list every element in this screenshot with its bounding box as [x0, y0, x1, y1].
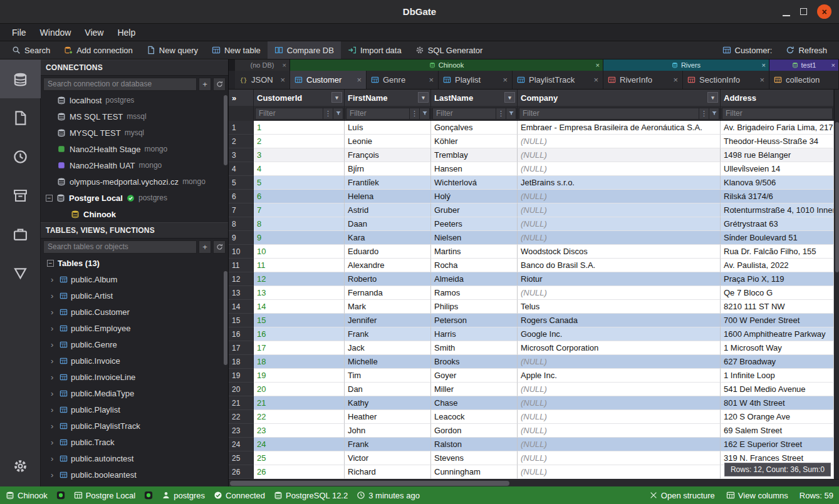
close-icon[interactable]: × [357, 75, 362, 85]
grid-cell[interactable]: Luís [345, 121, 431, 135]
grid-cell[interactable]: Richard [345, 465, 431, 479]
close-icon[interactable]: × [596, 61, 600, 69]
connections-scrollbar[interactable] [224, 95, 227, 165]
grid-cell[interactable]: 11 [254, 259, 345, 272]
connection-item[interactable]: localhostpostgres [41, 92, 228, 108]
grid-cell[interactable]: Frantiΐek [345, 176, 431, 190]
table-item[interactable]: ›public.Artist [41, 287, 228, 304]
grid-cell[interactable]: Miller [431, 383, 518, 396]
row-number[interactable]: 13 [229, 286, 254, 300]
database-tab-test1[interactable]: test1× [769, 59, 839, 71]
menu-view[interactable]: View [78, 28, 110, 38]
tables-scrollbar[interactable] [224, 271, 227, 365]
grid-cell[interactable]: Martins [431, 245, 518, 259]
grid-cell[interactable]: Cunningham [431, 465, 518, 479]
tab-playlist[interactable]: Playlist× [439, 71, 513, 89]
filter-input-company[interactable] [519, 108, 699, 120]
grid-cell[interactable]: Rotenturmstraße 4, 1010 Innere Stadt [721, 203, 834, 217]
row-number[interactable]: 16 [229, 327, 254, 341]
close-icon[interactable]: × [759, 75, 764, 85]
column-header-firstname[interactable]: FirstName▾ [345, 90, 431, 106]
grid-cell[interactable]: 22 [254, 410, 345, 424]
grid-cell[interactable]: Leonie [345, 135, 431, 148]
grid-cell[interactable]: 19 [254, 369, 345, 383]
row-number[interactable]: 10 [229, 245, 254, 259]
grid-cell[interactable]: Heather [345, 410, 431, 424]
column-menu-icon[interactable]: ▾ [504, 92, 515, 103]
grid-cell[interactable]: Ralston [431, 438, 518, 451]
expand-all-columns-button[interactable]: » [229, 90, 254, 106]
add-connection-plus-button[interactable]: + [199, 78, 211, 91]
grid-cell[interactable]: Mark [345, 300, 431, 314]
maximize-button[interactable] [800, 8, 807, 15]
grid-cell[interactable]: 12 [254, 272, 345, 286]
row-number[interactable]: 19 [229, 369, 254, 383]
grid-cell[interactable]: 17 [254, 341, 345, 355]
row-number[interactable]: 23 [229, 424, 254, 438]
grid-cell[interactable]: Praça Pio X, 119 [721, 272, 834, 286]
row-number[interactable]: 21 [229, 396, 254, 410]
grid-cell[interactable]: Nielsen [431, 231, 518, 245]
grid-cell[interactable]: 10 [254, 245, 345, 259]
grid-cell[interactable]: (NULL) [518, 231, 721, 245]
table-item[interactable]: ›public.Playlist [41, 401, 228, 418]
grid-cell[interactable]: Bjίrn [345, 162, 431, 176]
grid-cell[interactable]: 23 [254, 424, 345, 438]
grid-cell[interactable]: Embraer - Empresa Brasileira de Aeronáut… [518, 121, 721, 135]
row-number[interactable]: 7 [229, 203, 254, 217]
grid-cell[interactable]: 21 [254, 396, 345, 410]
connection-item[interactable]: MS SQL TESTmssql [41, 108, 228, 125]
row-number[interactable]: 11 [229, 259, 254, 272]
grid-cell[interactable]: (NULL) [518, 135, 721, 148]
grid-cell[interactable]: Wichterlová [431, 176, 518, 190]
horizontal-scrollbar[interactable] [229, 479, 839, 486]
filter-input-lastname[interactable] [432, 108, 496, 120]
toolbar-customer[interactable]: Customer: [716, 41, 779, 59]
grid-cell[interactable]: Ramos [431, 286, 518, 300]
table-item[interactable]: ›public.Invoice [41, 352, 228, 369]
grid-cell[interactable]: (NULL) [518, 190, 721, 203]
close-icon[interactable]: × [831, 61, 835, 69]
row-number[interactable]: 17 [229, 341, 254, 355]
row-number[interactable]: 14 [229, 300, 254, 314]
close-icon[interactable]: × [429, 75, 434, 85]
close-icon[interactable]: × [762, 61, 766, 69]
grid-cell[interactable]: 24 [254, 438, 345, 451]
tab-json[interactable]: {}JSON× [235, 71, 290, 89]
grid-cell[interactable]: 18 [254, 355, 345, 369]
grid-cell[interactable]: (NULL) [518, 286, 721, 300]
grid-cell[interactable]: François [345, 148, 431, 162]
menu-file[interactable]: File [5, 28, 33, 38]
grid-cell[interactable]: 20 [254, 383, 345, 396]
toolbar-new-table[interactable]: New table [205, 41, 268, 59]
connection-item[interactable]: Chinook [41, 206, 228, 222]
grid-cell[interactable]: Ullevίlsveien 14 [721, 162, 834, 176]
grid-cell[interactable]: Peterson [431, 314, 518, 327]
grid-cell[interactable]: Dan [345, 383, 431, 396]
activity-briefcase-button[interactable] [0, 215, 41, 254]
activity-file-button[interactable] [0, 98, 41, 137]
row-number[interactable]: 6 [229, 190, 254, 203]
row-number[interactable]: 25 [229, 451, 254, 465]
grid-cell[interactable]: 15 [254, 314, 345, 327]
connection-item[interactable]: Nano2Health UATmongo [41, 157, 228, 173]
row-number[interactable]: 3 [229, 148, 254, 162]
tab-sectioninfo[interactable]: SectionInfo× [683, 71, 769, 89]
close-icon[interactable]: × [673, 75, 678, 85]
grid-cell[interactable]: Almeida [431, 272, 518, 286]
grid-cell[interactable]: Fernanda [345, 286, 431, 300]
titlebar[interactable]: DbGate × [0, 0, 839, 24]
table-item[interactable]: ›public.Customer [41, 304, 228, 320]
grid-cell[interactable]: 6 [254, 190, 345, 203]
toolbar-new-query[interactable]: New query [140, 41, 205, 59]
grid-cell[interactable]: (NULL) [518, 148, 721, 162]
grid-cell[interactable]: 162 E Superior Street [721, 438, 834, 451]
grid-cell[interactable]: Philips [431, 300, 518, 314]
grid-cell[interactable]: Frank [345, 327, 431, 341]
grid-cell[interactable]: (NULL) [518, 383, 721, 396]
grid-cell[interactable]: Gonçalves [431, 121, 518, 135]
filter-menu-icon[interactable]: ⋮ [699, 108, 709, 120]
collapse-icon[interactable]: − [46, 195, 53, 202]
database-tab-no-db[interactable]: (no DB)× [235, 59, 290, 71]
grid-cell[interactable]: (NULL) [518, 451, 721, 465]
